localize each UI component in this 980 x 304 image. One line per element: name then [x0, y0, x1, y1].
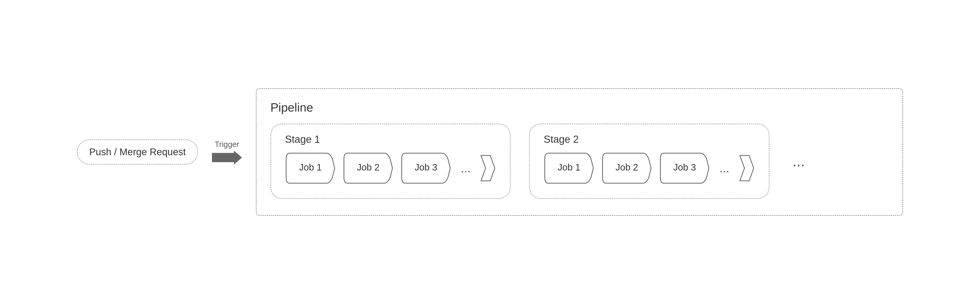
stage-1-job-2-shape: Job 2 [343, 152, 394, 184]
stage-2-title: Stage 2 [544, 133, 755, 145]
stage-2-ellipsis: ... [719, 161, 729, 175]
trigger-box: Push / Merge Request [77, 139, 198, 165]
stage-1-job-2-container: Job 2 [343, 152, 394, 184]
pipeline-title: Pipeline [270, 100, 888, 114]
stage-1-job-1-container: Job 1 [285, 152, 336, 184]
svg-text:Job 1: Job 1 [558, 162, 581, 172]
stage-2-end-arrow-icon [739, 154, 755, 182]
stage-2-box: Stage 2 Job 1 Job 2 [529, 124, 769, 199]
stage-1-ellipsis: ... [461, 161, 471, 175]
stage-2-jobs-row: Job 1 Job 2 Job 3 [544, 152, 755, 184]
stage-2-job-1-shape: Job 1 [544, 152, 595, 184]
trigger-arrow-icon [212, 150, 242, 165]
stage-2-job-1-container: Job 1 [544, 152, 595, 184]
stages-row: Stage 1 Job 1 Job 2 [270, 124, 888, 199]
svg-text:Job 2: Job 2 [357, 162, 380, 172]
diagram-container: Push / Merge Request Trigger Pipeline St… [63, 74, 917, 230]
svg-text:Job 2: Job 2 [616, 162, 638, 172]
svg-text:Job 3: Job 3 [673, 162, 696, 172]
stage-1-job-3-shape: Job 3 [401, 152, 452, 184]
stage-1-title: Stage 1 [285, 133, 496, 145]
stage-1-job-3-container: Job 3 [401, 152, 452, 184]
svg-text:Job 3: Job 3 [415, 162, 437, 172]
stage-1-job-1-shape: Job 1 [285, 152, 336, 184]
arrow-area: Trigger [212, 140, 242, 165]
stage-1-jobs-row: Job 1 Job 2 Job 3 [285, 152, 496, 184]
trigger-label: Push / Merge Request [89, 146, 186, 157]
svg-text:Job 1: Job 1 [299, 162, 322, 172]
trigger-text: Trigger [215, 140, 239, 149]
pipeline-box: Pipeline Stage 1 Job 1 [256, 88, 903, 216]
stage-2-job-2-container: Job 2 [601, 152, 652, 184]
stage-2-job-3-shape: Job 3 [659, 152, 710, 184]
stage-1-end-arrow-icon [480, 154, 496, 182]
stage-2-job-2-shape: Job 2 [601, 152, 652, 184]
pipeline-outer-ellipsis: ... [792, 153, 805, 170]
stage-2-job-3-container: Job 3 [659, 152, 710, 184]
stage-1-box: Stage 1 Job 1 Job 2 [270, 124, 511, 199]
svg-marker-0 [212, 150, 242, 165]
